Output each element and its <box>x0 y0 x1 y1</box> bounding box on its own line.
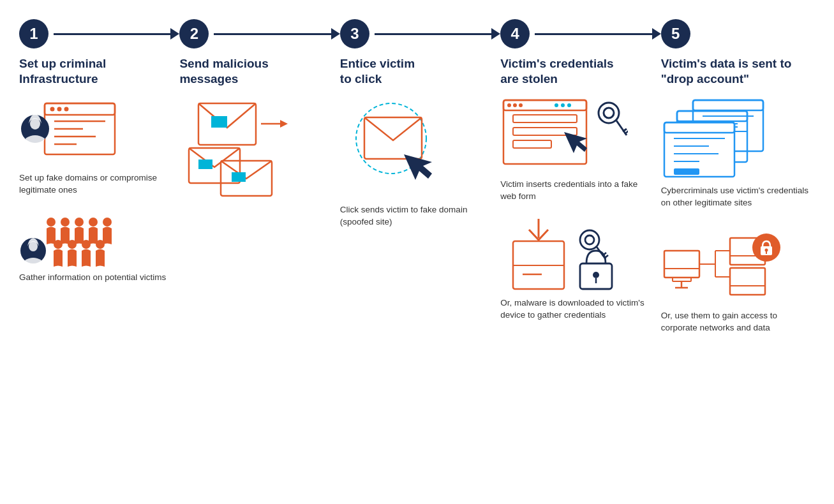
step-1-header: 1 <box>19 19 173 48</box>
step-4-title: Victim's credentialsare stolen <box>500 56 613 88</box>
svg-point-36 <box>513 103 517 107</box>
svg-point-4 <box>64 107 69 112</box>
step-5-header: 5 <box>661 19 815 48</box>
step-4-arrow <box>530 27 654 40</box>
svg-point-38 <box>555 103 558 107</box>
svg-point-17 <box>68 240 77 249</box>
step-5-desc-1: Cybercriminals use victim's credentials … <box>661 185 815 209</box>
svg-rect-41 <box>513 115 577 122</box>
step-4-item-2: Or, malware is downloaded to victim's de… <box>500 216 654 322</box>
svg-point-54 <box>580 230 599 249</box>
malicious-messages-icon <box>179 97 307 199</box>
svg-point-35 <box>507 103 511 107</box>
svg-rect-43 <box>513 140 551 148</box>
step-1-item-2: Gather information on potential victims <box>19 209 173 284</box>
credentials-stolen-icon <box>500 97 628 174</box>
svg-rect-93 <box>730 268 765 295</box>
step-1-desc-1: Set up fake domains or compromise legiti… <box>19 172 173 196</box>
criminal-infra-icon <box>19 97 121 167</box>
svg-rect-23 <box>211 116 227 128</box>
svg-rect-83 <box>673 278 691 281</box>
step-3-content: Click sends victim to fake domain (spoof… <box>340 97 494 228</box>
step-3: 3 Entice victimto click <box>340 19 500 228</box>
step-5: 5 Victim's data is sent to "drop account… <box>661 19 815 334</box>
svg-point-18 <box>82 240 91 249</box>
step-4-number: 4 <box>500 19 530 48</box>
step-1-item-1: Set up fake domains or compromise legiti… <box>19 97 173 196</box>
svg-rect-27 <box>198 159 212 169</box>
svg-point-40 <box>567 103 571 107</box>
svg-point-60 <box>593 272 599 278</box>
step-2-title: Send maliciousmessages <box>179 56 268 88</box>
gather-info-icon <box>19 209 121 267</box>
svg-point-2 <box>50 107 55 112</box>
step-1-content: Set up fake domains or compromise legiti… <box>19 97 173 284</box>
step-5-number: 5 <box>661 19 690 48</box>
svg-rect-29 <box>232 172 246 182</box>
step-4-header: 4 <box>500 19 654 48</box>
steps-row: 1 Set up criminalInfrastructure <box>19 19 815 334</box>
step-1-title: Set up criminalInfrastructure <box>19 56 106 88</box>
step-1-desc-2: Gather information on potential victims <box>19 272 166 284</box>
svg-point-39 <box>561 103 565 107</box>
step-2: 2 Send maliciousmessages <box>179 19 339 204</box>
step-1: 1 Set up criminalInfrastructure <box>19 19 179 284</box>
svg-point-19 <box>96 240 105 249</box>
step-3-header: 3 <box>340 19 494 48</box>
step-2-number: 2 <box>179 19 209 48</box>
step-3-arrow <box>369 27 494 40</box>
svg-rect-1 <box>45 103 115 115</box>
step-4-content: Victim inserts credentials into a fake w… <box>500 97 654 322</box>
step-5-item-2: Or, use them to gain access to corporate… <box>661 222 815 334</box>
step-1-number: 1 <box>19 19 48 48</box>
corporate-access-icon <box>661 222 789 305</box>
step-2-header: 2 <box>179 19 333 48</box>
svg-rect-63 <box>693 100 763 110</box>
step-5-title: Victim's data is sent to "drop account" <box>661 56 815 88</box>
step-2-content <box>179 97 333 204</box>
svg-point-11 <box>47 218 56 226</box>
phishing-flow: 1 Set up criminalInfrastructure <box>19 19 815 341</box>
svg-point-55 <box>585 235 594 244</box>
malware-download-icon <box>500 216 628 292</box>
svg-point-97 <box>764 248 768 251</box>
svg-point-14 <box>89 218 98 226</box>
step-5-item-1: Cybercriminals use victim's credentials … <box>661 97 815 209</box>
svg-point-46 <box>604 108 614 118</box>
entice-click-icon <box>340 97 455 199</box>
step-5-content: Cybercriminals use victim's credentials … <box>661 97 815 334</box>
step-4-desc-2: Or, malware is downloaded to victim's de… <box>500 297 654 322</box>
svg-point-45 <box>599 103 619 123</box>
svg-point-37 <box>519 103 523 107</box>
step-3-title: Entice victimto click <box>340 56 415 88</box>
svg-point-16 <box>54 240 63 249</box>
step-4-desc-1: Victim inserts credentials into a fake w… <box>500 179 654 203</box>
svg-rect-80 <box>674 168 699 175</box>
step-3-item-1: Click sends victim to fake domain (spoof… <box>340 97 494 228</box>
svg-point-12 <box>61 218 70 226</box>
svg-marker-25 <box>280 120 288 128</box>
svg-point-13 <box>75 218 84 226</box>
step-4-item-1: Victim inserts credentials into a fake w… <box>500 97 654 203</box>
step-4: 4 Victim's credentialsare stolen <box>500 19 660 322</box>
svg-marker-32 <box>404 154 432 180</box>
step-3-number: 3 <box>340 19 369 48</box>
svg-rect-81 <box>664 251 699 278</box>
svg-point-15 <box>103 218 112 226</box>
step-5-desc-2: Or, use them to gain access to corporate… <box>661 310 815 334</box>
step-1-arrow <box>48 27 173 40</box>
step-3-desc: Click sends victim to fake domain (spoof… <box>340 204 494 228</box>
step-2-arrow <box>209 27 333 40</box>
svg-point-3 <box>57 107 62 112</box>
step-2-item-1 <box>179 97 333 204</box>
drop-account-icon <box>661 97 789 180</box>
